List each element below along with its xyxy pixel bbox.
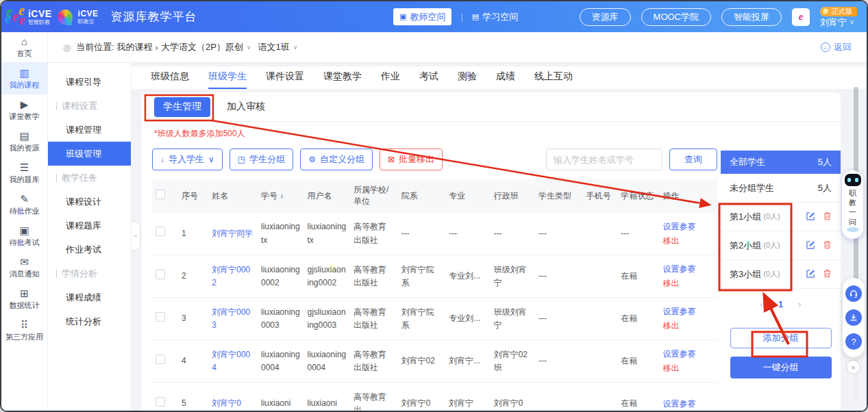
row-checkbox[interactable] xyxy=(156,270,165,279)
set-contest-link[interactable]: 设置参赛 xyxy=(663,347,714,361)
grid-icon: ⠿ xyxy=(21,320,28,330)
sidebar-item-third-party-apps[interactable]: ⠿第三方应用 xyxy=(1,315,47,346)
sidebar-item-home[interactable]: ⌂首页 xyxy=(1,32,47,63)
select-all-checkbox[interactable] xyxy=(156,190,165,199)
subnav-class-management[interactable]: 班级管理 xyxy=(48,142,131,166)
sidebar-item-notifications[interactable]: ✉消息通知 xyxy=(1,252,47,283)
set-contest-link[interactable]: 设置参赛 xyxy=(663,262,714,276)
teacher-space-button[interactable]: ▣ 教师空间 xyxy=(393,8,451,25)
breadcrumb-course-dropdown[interactable]: 大学语文（2P）原创 xyxy=(161,41,243,53)
delete-group-icon[interactable] xyxy=(823,240,832,251)
group-row-1[interactable]: 第1小组 (0人) xyxy=(721,203,841,231)
primary-sidebar: ⌂首页 ▥我的课程 ▶课堂教学 ▤我的资源 ☰我的题库 ✎待批作业 ▣待批考试 … xyxy=(1,32,48,411)
edit-group-icon[interactable] xyxy=(806,269,815,280)
edit-group-icon[interactable] xyxy=(806,240,815,251)
student-name-link[interactable]: 刘宵宁0003 xyxy=(212,307,250,330)
tab-exam[interactable]: 考试 xyxy=(419,66,438,89)
col-index: 序号 xyxy=(178,179,208,213)
remove-link[interactable]: 移出 xyxy=(663,276,714,290)
tab-homework[interactable]: 作业 xyxy=(381,66,400,89)
teacher-space-label: 教师空间 xyxy=(410,11,445,23)
group-row-3[interactable]: 第3小组 (0人) xyxy=(721,260,841,289)
zhijiao-assistant-widget[interactable]: 职教一问 xyxy=(842,170,863,239)
set-contest-link[interactable]: 设置参赛 xyxy=(663,220,714,233)
tab-class-info[interactable]: 班级信息 xyxy=(151,66,189,89)
back-button[interactable]: ← 返回 xyxy=(821,41,852,53)
current-page[interactable]: 1 xyxy=(778,299,783,309)
student-grouping-button[interactable]: ◳ 学生分组 xyxy=(230,149,293,170)
sidebar-item-data-statistics[interactable]: ⊞数据统计 xyxy=(1,283,47,315)
all-students-row[interactable]: 全部学生 5人 xyxy=(721,151,841,174)
resource-library-button[interactable]: 资源库 xyxy=(580,8,631,26)
delete-group-icon[interactable] xyxy=(823,211,832,222)
student-name-link[interactable]: 刘宵宁0002 xyxy=(212,265,250,287)
help-question-icon[interactable]: ? xyxy=(845,333,862,350)
row-checkbox[interactable] xyxy=(156,397,165,407)
breadcrumb-my-courses[interactable]: 我的课程 xyxy=(117,41,153,53)
pencil-icon: ✎ xyxy=(20,194,29,204)
col-phone: 手机号 xyxy=(583,179,618,213)
close-widget-icon[interactable]: × xyxy=(846,360,860,374)
edit-group-icon[interactable] xyxy=(806,211,815,222)
import-students-button[interactable]: ↓ 导入学生 ∨ xyxy=(152,149,223,170)
set-contest-link[interactable]: 设置参赛 xyxy=(663,305,714,318)
delete-group-icon[interactable] xyxy=(823,269,832,280)
col-username: 用户名 xyxy=(304,179,351,213)
collapse-sidebar-handle[interactable]: « xyxy=(132,222,140,250)
customer-service-icon[interactable] xyxy=(845,285,862,302)
batch-remove-button[interactable]: ⊠ 批量移出 xyxy=(380,149,443,170)
subnav-course-grades[interactable]: 课程成绩 xyxy=(48,285,131,309)
student-name-link[interactable]: 刘宵宁0004 xyxy=(212,350,250,372)
download-center-icon[interactable] xyxy=(845,309,862,326)
subtab-join-review[interactable]: 加入审核 xyxy=(227,101,265,113)
sidebar-item-my-resources[interactable]: ▤我的资源 xyxy=(1,126,47,157)
prev-page-arrow[interactable]: ‹ xyxy=(760,299,763,309)
tab-classroom-teaching[interactable]: 课堂教学 xyxy=(323,66,362,89)
row-checkbox[interactable] xyxy=(156,227,165,236)
group-row-2[interactable]: 第2小组 (0人) xyxy=(721,231,841,260)
tab-courseware-settings[interactable]: 课件设置 xyxy=(266,66,304,89)
tab-grades[interactable]: 成绩 xyxy=(496,66,515,89)
remove-link[interactable]: 移出 xyxy=(663,319,714,333)
smart-screen-button[interactable]: 智能投屏 xyxy=(721,8,782,26)
query-button[interactable]: 查询 xyxy=(669,149,717,170)
tab-class-students[interactable]: 班级学生 xyxy=(208,66,247,89)
one-click-group-button[interactable]: 一键分组 xyxy=(730,357,832,378)
icve-zhijiaoyun-logo-icon xyxy=(56,8,73,25)
subnav-homework-exam[interactable]: 作业考试 xyxy=(48,237,131,261)
tab-quiz[interactable]: 测验 xyxy=(458,66,477,89)
sort-icons[interactable]: ▲▼ xyxy=(280,194,284,199)
mooc-academy-button[interactable]: MOOC学院 xyxy=(641,8,711,26)
search-input[interactable] xyxy=(546,149,662,170)
user-menu[interactable]: 正式版 刘宵宁∨ xyxy=(820,7,857,27)
remove-link[interactable]: 移出 xyxy=(663,361,714,375)
next-page-arrow[interactable]: › xyxy=(798,299,801,309)
sidebar-item-my-question-bank[interactable]: ☰我的题库 xyxy=(1,157,47,189)
custom-grouping-button[interactable]: ⚙ 自定义分组 xyxy=(300,149,373,170)
student-name-link[interactable]: 刘宵宁0 xyxy=(212,398,241,408)
sidebar-item-pending-homework[interactable]: ✎待批作业 xyxy=(1,189,47,220)
learning-space-button[interactable]: ▤ 学习空间 xyxy=(472,11,518,23)
sidebar-item-pending-exams[interactable]: ▣待批考试 xyxy=(1,220,47,252)
teacher-space-icon: ▣ xyxy=(399,13,406,21)
sidebar-item-my-courses[interactable]: ▥我的课程 xyxy=(1,63,47,94)
subnav-course-question-bank[interactable]: 课程题库 xyxy=(48,214,131,237)
tab-online-interaction[interactable]: 线上互动 xyxy=(534,66,573,89)
gear-icon: ⚙ xyxy=(308,155,316,164)
row-checkbox[interactable] xyxy=(156,355,165,364)
remove-link[interactable]: 移出 xyxy=(663,234,714,248)
breadcrumb-class-dropdown[interactable]: 语文1班 xyxy=(258,41,289,53)
add-group-button[interactable]: 添加分组 xyxy=(730,328,832,348)
sidebar-item-classroom-teaching[interactable]: ▶课堂教学 xyxy=(1,94,47,126)
avatar[interactable]: e xyxy=(792,8,810,26)
row-checkbox[interactable] xyxy=(156,312,165,322)
subtab-student-management[interactable]: 学生管理 xyxy=(154,97,210,117)
subnav-course-guide[interactable]: 课程引导 xyxy=(48,70,131,94)
set-contest-link[interactable]: 设置参赛 xyxy=(663,397,714,411)
subnav-statistical-analysis[interactable]: 统计分析 xyxy=(48,309,131,333)
home-icon: ⌂ xyxy=(21,36,27,47)
ungrouped-students-row[interactable]: 未分组学生 5人 xyxy=(721,174,841,203)
student-name-link[interactable]: 刘宵宁同学 xyxy=(212,229,253,238)
subnav-course-management[interactable]: 课程管理 xyxy=(48,118,131,142)
subnav-course-design[interactable]: 课程设计 xyxy=(48,190,131,214)
